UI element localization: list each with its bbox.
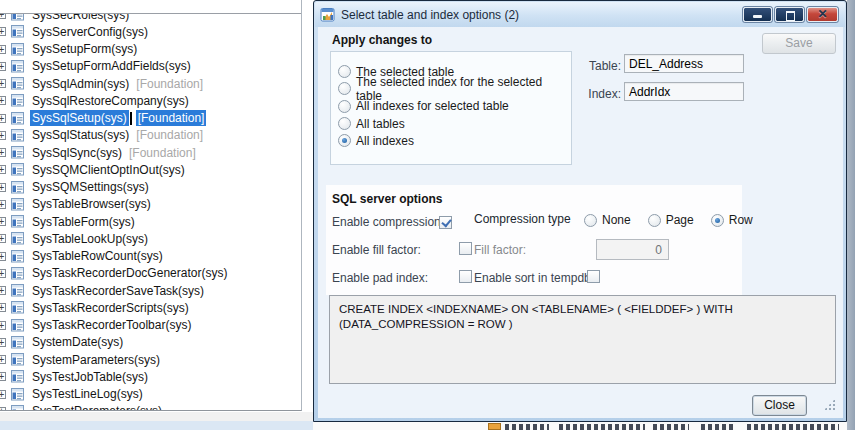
tree-item[interactable]: + SysTestJobTable(sys) [0, 368, 301, 385]
expand-plus-icon[interactable]: + [0, 114, 6, 123]
tree-item[interactable]: + SysSetupFormAddFields(sys) [0, 58, 301, 75]
compression-type-option[interactable]: Row [711, 213, 753, 227]
resize-grip[interactable] [823, 398, 836, 411]
tree-item[interactable]: + SysSqlRestoreCompany(sys) [0, 92, 301, 109]
background-window-fragment [313, 422, 847, 430]
expand-plus-icon[interactable]: + [0, 338, 6, 347]
expand-plus-icon[interactable]: + [0, 183, 6, 192]
expand-plus-icon[interactable]: + [0, 148, 6, 157]
radio-label: Row [729, 213, 753, 227]
radio-icon[interactable] [338, 100, 351, 113]
sql-statement-preview[interactable]: CREATE INDEX <INDEXNAME> ON <TABLENAME> … [329, 295, 836, 384]
expand-plus-icon[interactable]: + [0, 96, 6, 105]
tree-item[interactable]: + SysTableBrowser(sys) [0, 196, 301, 213]
expand-plus-icon[interactable]: + [0, 303, 6, 312]
expand-plus-icon[interactable]: + [0, 62, 6, 71]
tree-item[interactable]: + SystemDate(sys) [0, 334, 301, 351]
table-icon [11, 232, 24, 245]
compression-type-option[interactable]: None [584, 213, 631, 227]
expand-plus-icon[interactable]: + [0, 321, 6, 330]
tree-item[interactable]: + SysSetupForm(sys) [0, 41, 301, 58]
tree-item[interactable]: + SysSqlAdmin(sys) [Foundation] [0, 75, 301, 92]
enable-fill-factor-checkbox[interactable] [459, 242, 472, 255]
radio-icon[interactable] [648, 214, 661, 227]
index-field[interactable]: AddrIdx [624, 82, 744, 101]
tree-item[interactable]: + SysSqlStatus(sys) [Foundation] [0, 127, 301, 144]
close-button[interactable]: Close [752, 395, 807, 416]
dialog-titlebar[interactable]: Select table and index options (2) [315, 2, 845, 27]
fill-factor-field[interactable]: 0 [596, 239, 669, 260]
apply-option-radio[interactable]: The selected index for the selected tabl… [331, 80, 571, 97]
tree-item-label: SysSqlSync(sys) [30, 145, 124, 161]
expand-plus-icon[interactable]: + [0, 372, 6, 381]
radio-icon[interactable] [584, 214, 597, 227]
text-caret [130, 112, 132, 125]
expand-plus-icon[interactable]: + [0, 234, 6, 243]
expand-plus-icon[interactable]: + [0, 45, 6, 54]
radio-icon[interactable] [338, 82, 351, 95]
tree-item[interactable]: + SysSQMSettings(sys) [0, 179, 301, 196]
table-icon [11, 112, 24, 125]
expand-plus-icon[interactable]: + [0, 286, 6, 295]
close-window-button[interactable] [807, 7, 838, 22]
radio-icon[interactable] [338, 117, 351, 130]
maximize-button[interactable] [775, 7, 804, 22]
tree-item[interactable]: + SysTableRowCount(sys) [0, 248, 301, 265]
tree-item[interactable]: + SysTestParameters(sys) [0, 403, 301, 411]
apply-option-radio[interactable]: All indexes [331, 132, 571, 149]
tree-item-label: SysSQMClientOptInOut(sys) [30, 162, 187, 178]
expand-plus-icon[interactable]: + [0, 252, 6, 261]
tree-item-label: SysTableLookUp(sys) [30, 231, 150, 247]
sql-line-2: (DATA_COMPRESSION = ROW ) [339, 317, 826, 332]
expand-plus-icon[interactable]: + [0, 131, 6, 140]
expand-plus-icon[interactable]: + [0, 407, 6, 411]
tree-item-label: SysSqlStatus(sys) [30, 127, 131, 143]
radio-icon[interactable] [338, 65, 351, 78]
tree-item[interactable]: + SysTaskRecorderDocGenerator(sys) [0, 265, 301, 282]
tree-item-label: SysTableBrowser(sys) [30, 196, 153, 212]
enable-compression-label: Enable compression: [332, 215, 444, 229]
tree-item[interactable]: + SysSqlSync(sys) [Foundation] [0, 144, 301, 161]
tree-item-label: SysSetupForm(sys) [30, 41, 139, 57]
tree-item[interactable]: + SysTaskRecorderScripts(sys) [0, 299, 301, 316]
tree-item[interactable]: + SystemParameters(sys) [0, 351, 301, 368]
enable-pad-index-label: Enable pad index: [332, 271, 428, 285]
save-button[interactable]: Save [762, 33, 836, 54]
expand-plus-icon[interactable]: + [0, 269, 6, 278]
expand-plus-icon[interactable]: + [0, 217, 6, 226]
tree-item[interactable]: + SysTaskRecorderSaveTask(sys) [0, 282, 301, 299]
expand-plus-icon[interactable]: + [0, 355, 6, 364]
tree-item[interactable]: + SysTaskRecorderToolbar(sys) [0, 317, 301, 334]
tree-list: + SysSecRoles(sys) + SysServerConfig(sys… [0, 6, 301, 411]
tree-item[interactable]: + SysServerConfig(sys) [0, 23, 301, 40]
sql-line-1: CREATE INDEX <INDEXNAME> ON <TABLENAME> … [339, 302, 826, 317]
radio-icon[interactable] [711, 214, 724, 227]
background-icon-fragment [488, 423, 501, 430]
enable-compression-checkbox[interactable] [439, 216, 452, 229]
tree-item[interactable]: + SysSqlSetup(sys) [Foundation] [0, 110, 301, 127]
background-text-fragment [559, 424, 645, 430]
tree-panel-footer [0, 412, 313, 421]
tree-clip-mask [0, 0, 301, 14]
radio-icon[interactable] [338, 134, 351, 147]
tree-item-label: SystemParameters(sys) [30, 352, 162, 368]
table-icon [11, 60, 24, 73]
sort-in-tempdb-checkbox[interactable] [587, 270, 600, 283]
expand-plus-icon[interactable]: + [0, 27, 6, 36]
tree-item[interactable]: + SysTableForm(sys) [0, 213, 301, 230]
enable-pad-index-checkbox[interactable] [459, 270, 472, 283]
tree-item[interactable]: + SysTableLookUp(sys) [0, 230, 301, 247]
compression-type-option[interactable]: Page [648, 213, 694, 227]
tree-item[interactable]: + SysSQMClientOptInOut(sys) [0, 161, 301, 178]
expand-plus-icon[interactable]: + [0, 390, 6, 399]
expand-plus-icon[interactable]: + [0, 79, 6, 88]
table-icon [11, 94, 24, 107]
apply-option-radio[interactable]: All tables [331, 115, 571, 132]
expand-plus-icon[interactable]: + [0, 165, 6, 174]
tree-item[interactable]: + SysTestLineLog(sys) [0, 386, 301, 403]
tree-item-label: SysTestJobTable(sys) [30, 369, 150, 385]
minimize-button[interactable] [743, 7, 772, 22]
expand-plus-icon[interactable]: + [0, 200, 6, 209]
table-icon [11, 146, 24, 159]
table-field[interactable]: DEL_Address [624, 54, 744, 73]
